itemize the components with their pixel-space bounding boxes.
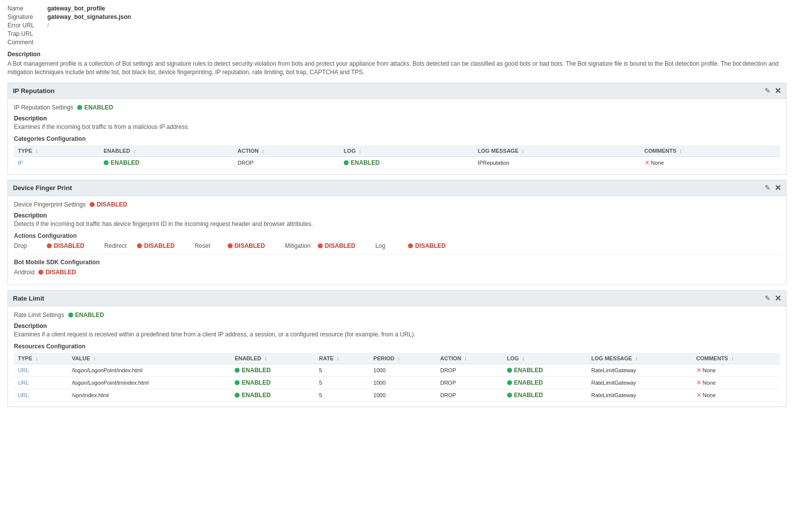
- device-fingerprint-body: Device Fingerprint Settings DISABLED Des…: [8, 196, 786, 285]
- rate-limit-desc-text: Examines if a client request is received…: [14, 331, 780, 338]
- rate-limit-description: Description Examines if a client request…: [14, 322, 780, 338]
- ip-reputation-settings-row: IP Reputation Settings ENABLED: [14, 104, 780, 111]
- ip-reputation-title: IP Reputation: [13, 87, 55, 95]
- td-action: DROP: [234, 156, 340, 169]
- td-action: DROP: [436, 364, 503, 376]
- rate-limit-title: Rate Limit: [13, 295, 44, 302]
- rl-th-period[interactable]: PERIOD ↕: [370, 353, 436, 364]
- android-status: DISABLED: [38, 269, 76, 276]
- comment-label: Comment: [7, 39, 47, 46]
- name-label: Name: [7, 5, 47, 12]
- action-label: Redirect: [104, 242, 134, 249]
- rate-limit-settings-row: Rate Limit Settings ENABLED: [14, 312, 780, 319]
- page-container: Name gateway_bot_profile Signature gatew…: [0, 0, 794, 417]
- action-label: Log: [375, 242, 405, 249]
- ip-reputation-edit-icon[interactable]: ✎: [765, 87, 771, 95]
- td-period: 1000: [370, 364, 436, 376]
- ip-reputation-close-icon[interactable]: ✕: [775, 86, 781, 96]
- signature-label: Signature: [7, 13, 47, 20]
- rl-th-value[interactable]: VALUE ↕: [68, 353, 231, 364]
- action-item: Log DISABLED: [375, 242, 445, 249]
- th-action[interactable]: ACTION ↕: [234, 145, 340, 157]
- td-period: 1000: [370, 389, 436, 401]
- disabled-dot-icon: [89, 201, 96, 208]
- table-row: IP ENABLED DROP ENABLED IPReputation ✕ N…: [14, 156, 780, 169]
- rate-limit-actions: ✎ ✕: [765, 294, 781, 303]
- td-log-message: RateLimitGateway: [587, 376, 692, 389]
- disabled-dot-icon: [136, 242, 143, 249]
- rl-th-comments[interactable]: COMMENTS ↕: [692, 353, 780, 364]
- th-comments[interactable]: COMMENTS ↕: [641, 145, 780, 157]
- device-fingerprint-settings-label: Device Fingerprint Settings: [14, 201, 86, 208]
- rate-limit-close-icon[interactable]: ✕: [775, 294, 781, 303]
- disabled-dot-icon: [46, 242, 53, 249]
- android-disabled-dot-icon: [37, 269, 44, 276]
- ip-reputation-actions: ✎ ✕: [765, 86, 781, 96]
- td-enabled: ENABLED: [100, 156, 234, 169]
- error-url-label: Error URL: [7, 22, 47, 29]
- td-log-message: RateLimitGateway: [587, 389, 692, 401]
- bot-sdk-title: Bot Mobile SDK Configuration: [14, 259, 780, 266]
- rl-th-action[interactable]: ACTION ↕: [436, 353, 503, 364]
- device-fingerprint-close-icon[interactable]: ✕: [775, 183, 781, 193]
- table-row: URL /logon/LogonPoint/index.html ENABLED…: [14, 364, 780, 376]
- device-fingerprint-actions: ✎ ✕: [765, 183, 781, 193]
- x-icon: ✕: [696, 379, 701, 386]
- divider: [14, 254, 780, 255]
- disabled-dot-icon: [317, 242, 324, 249]
- android-settings-row: Android DISABLED: [14, 269, 780, 276]
- action-item: Reset DISABLED: [195, 242, 265, 249]
- action-label: Reset: [195, 242, 225, 249]
- td-type: URL: [14, 364, 68, 376]
- table-row: URL /logon/LogonPoint/tmindex.html ENABL…: [14, 376, 780, 389]
- ip-reputation-description: Description Examines if the incoming bot…: [14, 115, 780, 130]
- action-item: Drop DISABLED: [14, 242, 84, 249]
- th-enabled[interactable]: ENABLED ↕: [100, 145, 234, 157]
- rl-th-rate[interactable]: RATE ↕: [315, 353, 370, 364]
- th-type[interactable]: TYPE ↕: [14, 145, 100, 157]
- x-icon: ✕: [645, 159, 650, 166]
- rate-limit-body: Rate Limit Settings ENABLED Description …: [8, 307, 786, 407]
- rate-limit-desc-title: Description: [14, 322, 780, 329]
- td-rate: 5: [315, 376, 370, 389]
- th-log[interactable]: LOG ↕: [340, 145, 474, 157]
- device-fingerprint-actions-grid: Drop DISABLED Redirect DISABLED Reset DI…: [14, 242, 780, 249]
- device-fingerprint-desc-title: Description: [14, 212, 780, 219]
- rl-th-log[interactable]: LOG ↕: [503, 353, 587, 364]
- th-log-message[interactable]: LOG MESSAGE ↕: [474, 145, 641, 157]
- rate-limit-panel: Rate Limit ✎ ✕ Rate Limit Settings ENABL…: [7, 290, 787, 407]
- device-fingerprint-config-title: Actions Configuration: [14, 232, 780, 239]
- rate-limit-edit-icon[interactable]: ✎: [765, 294, 771, 302]
- ip-reputation-body: IP Reputation Settings ENABLED Descripti…: [8, 99, 786, 174]
- ip-reputation-desc-text: Examines if the incoming bot traffic is …: [14, 123, 780, 130]
- meta-section: Name gateway_bot_profile Signature gatew…: [7, 5, 787, 46]
- device-fingerprint-desc-text: Detects if the incoming bot traffic has …: [14, 220, 780, 227]
- x-icon: ✕: [696, 367, 701, 374]
- rate-limit-enabled-dot-icon: [68, 313, 73, 318]
- td-log: ENABLED: [503, 376, 587, 389]
- rl-th-type[interactable]: TYPE ↕: [14, 353, 68, 364]
- td-action: DROP: [436, 376, 503, 389]
- disabled-dot-icon: [227, 242, 234, 249]
- main-description-text: A Bot management profile is a collection…: [7, 60, 787, 77]
- rl-th-enabled[interactable]: ENABLED ↕: [231, 353, 315, 364]
- ip-reputation-desc-title: Description: [14, 115, 780, 122]
- td-enabled: ENABLED: [231, 376, 315, 389]
- td-log: ENABLED: [340, 156, 474, 169]
- main-description: Description A Bot management profile is …: [7, 51, 787, 77]
- td-comments: ✕ None: [692, 376, 780, 389]
- rl-th-log-message[interactable]: LOG MESSAGE ↕: [587, 353, 692, 364]
- signature-value: gateway_bot_signatures.json: [47, 13, 131, 20]
- ip-reputation-settings-label: IP Reputation Settings: [14, 104, 73, 111]
- device-fingerprint-edit-icon[interactable]: ✎: [765, 184, 771, 192]
- disabled-dot-icon: [407, 242, 414, 249]
- x-icon: ✕: [696, 392, 701, 399]
- td-log: ENABLED: [503, 364, 587, 376]
- device-fingerprint-status: DISABLED: [90, 201, 127, 208]
- device-fingerprint-panel: Device Finger Print ✎ ✕ Device Fingerpri…: [7, 180, 787, 285]
- rate-limit-header: Rate Limit ✎ ✕: [8, 291, 786, 307]
- td-type: IP: [14, 156, 100, 169]
- td-value: /logon/LogonPoint/tmindex.html: [68, 376, 231, 389]
- device-fingerprint-description: Description Detects if the incoming bot …: [14, 212, 780, 227]
- action-label: Drop: [14, 242, 44, 249]
